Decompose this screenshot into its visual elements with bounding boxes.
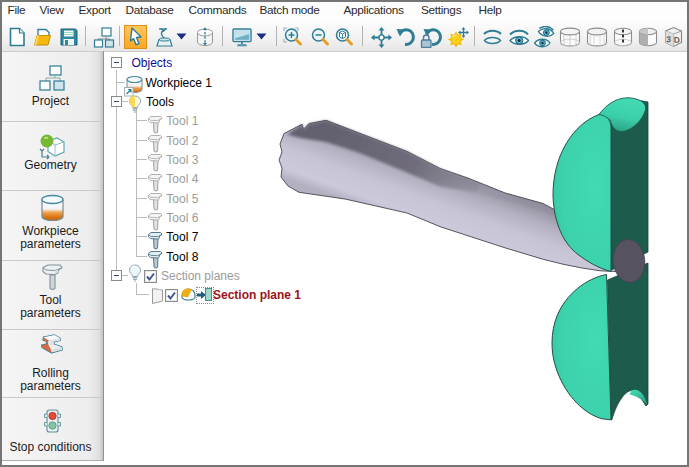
svg-text:3: 3	[666, 34, 671, 45]
svg-text:D: D	[674, 34, 680, 45]
